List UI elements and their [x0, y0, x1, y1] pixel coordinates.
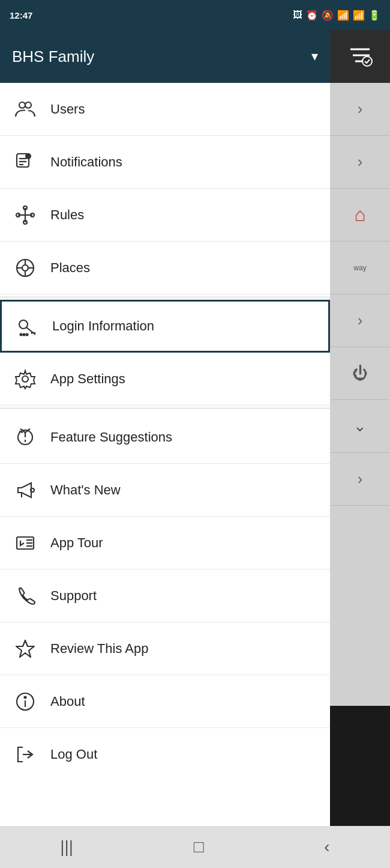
filter-check-button[interactable] [330, 30, 390, 83]
menu-item-whats-new[interactable]: What's New [0, 464, 330, 517]
dropdown-icon[interactable]: ▾ [311, 49, 318, 64]
svg-point-27 [20, 334, 22, 336]
svg-point-23 [19, 320, 28, 329]
chevron-down-icon: ⌄ [353, 417, 367, 436]
menu-item-feature-suggestions[interactable]: Feature Suggestions [0, 411, 330, 464]
menu-item-rules[interactable]: Rules [0, 189, 330, 241]
menu-item-app-settings[interactable]: App Settings [0, 353, 330, 405]
filter-check-icon [347, 43, 373, 70]
divider-1 [0, 297, 330, 297]
status-bar: 12:47 🖼 ⏰ 🔕 📶 📶 🔋 [0, 0, 390, 30]
home-icon-red: ⌂ [354, 204, 365, 226]
back-button[interactable]: ‹ [324, 837, 329, 857]
support-label: Support [50, 588, 97, 604]
places-label: Places [50, 260, 90, 276]
app-title: BHS Family [12, 47, 94, 66]
app-settings-label: App Settings [50, 371, 125, 387]
svg-point-5 [25, 102, 31, 108]
mute-icon: 🔕 [322, 10, 334, 21]
right-row-7: ⌄ [330, 400, 390, 453]
chevron-right-icon-4: › [358, 470, 363, 488]
svg-point-28 [23, 334, 25, 336]
right-row-5: › [330, 294, 390, 347]
key-icon [16, 315, 52, 337]
right-row-3: ⌂ [330, 189, 390, 241]
menu-item-support[interactable]: Support [0, 569, 330, 622]
settings-icon [14, 368, 50, 390]
places-icon [14, 257, 50, 279]
wifi-icon: 📶 [337, 10, 349, 21]
svg-point-45 [25, 696, 26, 698]
right-row-2: › [330, 136, 390, 189]
chevron-right-icon-1: › [358, 100, 363, 118]
svg-point-3 [362, 56, 372, 66]
tour-icon [14, 532, 50, 554]
star-icon [14, 638, 50, 660]
users-icon [14, 99, 50, 120]
log-out-label: Log Out [50, 747, 97, 762]
menu-item-users[interactable]: Users [0, 83, 330, 136]
about-label: About [50, 694, 85, 709]
chevron-right-icon-2: › [358, 153, 363, 171]
home-button[interactable]: □ [194, 837, 204, 857]
right-row-1: › [330, 83, 390, 136]
whats-new-label: What's New [50, 482, 121, 498]
app-tour-label: App Tour [50, 535, 103, 551]
megaphone-icon [14, 479, 50, 501]
bottom-navigation: ||| □ ‹ [0, 826, 390, 868]
menu-item-about[interactable]: About [0, 675, 330, 728]
logout-icon [14, 744, 50, 765]
menu-item-notifications[interactable]: Notifications [0, 136, 330, 189]
svg-point-29 [26, 334, 28, 336]
gallery-icon: 🖼 [293, 10, 302, 20]
app-header: BHS Family ▾ [0, 30, 330, 83]
notifications-icon [14, 151, 50, 173]
right-row-4: way [330, 241, 390, 294]
status-icons: 🖼 ⏰ 🔕 📶 📶 🔋 [293, 10, 380, 21]
drawer-menu: Users Notifications Rules [0, 83, 330, 826]
login-information-label: Login Information [52, 318, 154, 334]
svg-point-4 [19, 102, 25, 108]
right-row-8: › [330, 453, 390, 506]
menu-item-review-this-app[interactable]: Review This App [0, 622, 330, 675]
rules-icon [14, 204, 50, 226]
svg-point-30 [22, 376, 28, 382]
chevron-right-icon-3: › [358, 311, 363, 330]
right-bottom-dark [330, 706, 390, 826]
alarm-icon: ⏰ [306, 10, 318, 21]
right-row-6: ⏻ [330, 347, 390, 400]
feature-icon [14, 426, 50, 448]
power-icon: ⏻ [352, 364, 368, 383]
phone-icon [14, 585, 50, 607]
battery-icon: 🔋 [368, 10, 380, 21]
away-text: way [353, 264, 366, 272]
signal-icon: 📶 [353, 10, 365, 21]
status-time: 12:47 [10, 10, 32, 20]
feature-suggestions-label: Feature Suggestions [50, 429, 172, 445]
menu-item-places[interactable]: Places [0, 241, 330, 294]
users-label: Users [50, 102, 85, 117]
menu-item-app-tour[interactable]: App Tour [0, 517, 330, 569]
rules-label: Rules [50, 207, 84, 223]
divider-2 [0, 408, 330, 408]
menu-item-login-information[interactable]: Login Information [0, 300, 330, 353]
svg-point-37 [31, 488, 34, 492]
notifications-label: Notifications [50, 154, 122, 170]
info-icon [14, 691, 50, 712]
menu-item-log-out[interactable]: Log Out [0, 728, 330, 781]
recent-apps-button[interactable]: ||| [60, 837, 73, 857]
svg-marker-42 [16, 640, 34, 657]
review-this-app-label: Review This App [50, 641, 148, 657]
